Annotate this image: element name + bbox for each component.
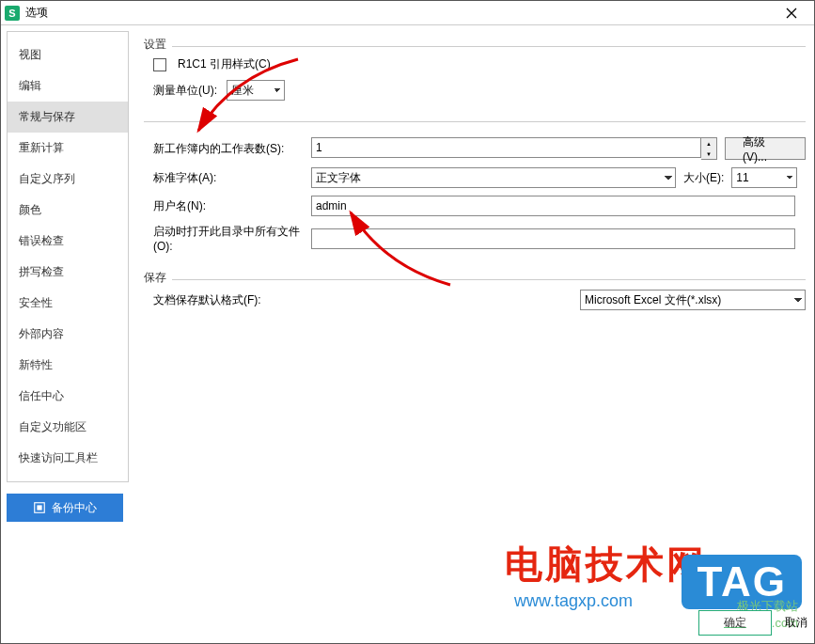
sidebar-item-label: 自定义序列 [19, 172, 75, 185]
sidebar-item-label: 新特性 [19, 358, 53, 371]
sidebar-item-trust-center[interactable]: 信任中心 [8, 381, 128, 412]
sidebar-item-label: 编辑 [19, 79, 41, 92]
advanced-button[interactable]: 高级(V)... [725, 137, 806, 160]
svg-rect-1 [37, 505, 41, 510]
cancel-button[interactable]: 取消 [785, 615, 807, 631]
r1c1-checkbox[interactable] [153, 58, 166, 71]
backup-center-button[interactable]: 备份中心 [7, 494, 123, 522]
section-save-title: 保存 [144, 270, 806, 286]
window-title: 选项 [25, 5, 773, 21]
sidebar-item-general-save[interactable]: 常规与保存 [8, 102, 128, 133]
username-label: 用户名(N): [144, 198, 304, 214]
sidebar-item-label: 快速访问工具栏 [19, 451, 98, 464]
watermark-url: www.tagxp.com [514, 591, 633, 611]
sidebar-item-label: 信任中心 [19, 389, 64, 402]
sidebar-item-color[interactable]: 颜色 [8, 195, 128, 226]
divider [172, 279, 806, 280]
sheets-spinner[interactable]: ▲ ▼ [311, 137, 717, 160]
close-button[interactable] [773, 2, 810, 24]
sidebar-item-custom-list[interactable]: 自定义序列 [8, 164, 128, 195]
sheets-input[interactable] [311, 137, 701, 158]
app-icon: S [5, 6, 20, 21]
username-input[interactable] [311, 196, 795, 216]
sidebar-item-label: 常规与保存 [19, 110, 75, 123]
watermark-text: 电脑技术网 [505, 539, 707, 590]
font-select[interactable]: 正文字体 [311, 167, 676, 188]
sidebar-item-label: 颜色 [19, 203, 41, 216]
sidebar-item-edit[interactable]: 编辑 [8, 71, 128, 102]
sidebar-item-quick-access[interactable]: 快速访问工具栏 [8, 443, 128, 474]
main-area: 视图 编辑 常规与保存 重新计算 自定义序列 颜色 错误检查 拼写检查 安全性 … [1, 25, 814, 643]
backup-icon [33, 501, 46, 514]
spin-down-icon[interactable]: ▼ [701, 149, 716, 159]
r1c1-label: R1C1 引用样式(C) [178, 56, 271, 72]
size-label: 大小(E): [683, 170, 724, 186]
default-format-label: 文档保存默认格式(F): [144, 292, 304, 308]
sidebar-item-label: 拼写检查 [19, 265, 64, 278]
section-settings-title: 设置 [144, 37, 806, 53]
titlebar: S 选项 [1, 1, 814, 25]
size-select[interactable]: 11 [731, 167, 797, 188]
sidebar-item-label: 安全性 [19, 296, 53, 309]
font-label: 标准字体(A): [144, 170, 304, 186]
unit-label: 测量单位(U): [144, 83, 217, 99]
sidebar-item-label: 视图 [19, 48, 41, 61]
divider [172, 46, 806, 47]
sidebar-item-label: 自定义功能区 [19, 420, 86, 433]
backup-label: 备份中心 [52, 500, 97, 516]
default-format-select[interactable]: Microsoft Excel 文件(*.xlsx) [580, 290, 806, 310]
sidebar-item-security[interactable]: 安全性 [8, 288, 128, 319]
sidebar-item-label: 外部内容 [19, 327, 64, 340]
sidebar-item-external[interactable]: 外部内容 [8, 319, 128, 350]
ok-button[interactable]: 确定 [698, 610, 772, 636]
sidebar-item-error-check[interactable]: 错误检查 [8, 226, 128, 257]
startup-path-input[interactable] [311, 228, 795, 249]
startup-label: 启动时打开此目录中所有文件(O): [144, 224, 304, 253]
spin-up-icon[interactable]: ▲ [701, 138, 716, 149]
sidebar-item-custom-ribbon[interactable]: 自定义功能区 [8, 412, 128, 443]
sidebar-item-recalc[interactable]: 重新计算 [8, 133, 128, 164]
unit-select[interactable]: 厘米 [227, 80, 285, 101]
content-panel: 设置 R1C1 引用样式(C) 测量单位(U): 厘米 新工作簿内的工作表数(S… [129, 25, 815, 643]
sidebar-item-label: 错误检查 [19, 234, 64, 247]
sheets-label: 新工作簿内的工作表数(S): [144, 141, 304, 157]
sidebar-item-new-features[interactable]: 新特性 [8, 350, 128, 381]
dialog-footer: 确定 取消 [698, 610, 807, 636]
sidebar: 视图 编辑 常规与保存 重新计算 自定义序列 颜色 错误检查 拼写检查 安全性 … [7, 31, 129, 482]
close-icon [786, 8, 797, 19]
sidebar-item-view[interactable]: 视图 [8, 39, 128, 71]
sidebar-item-spell-check[interactable]: 拼写检查 [8, 257, 128, 288]
sidebar-item-label: 重新计算 [19, 141, 64, 154]
